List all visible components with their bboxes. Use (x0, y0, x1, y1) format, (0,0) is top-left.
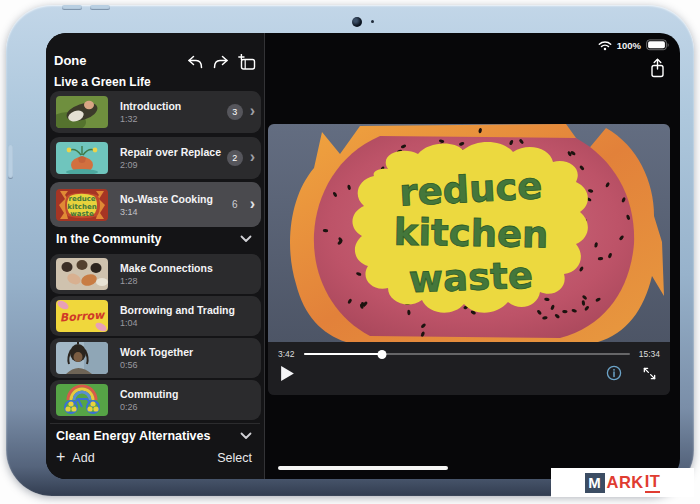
home-indicator[interactable] (278, 466, 448, 471)
lesson-row-make-connections[interactable]: Make Connections 1:28 (50, 254, 261, 294)
thumbnail-repair-over-replace (56, 142, 108, 174)
lesson-duration: 1:28 (120, 276, 255, 286)
thumbnail-introduction (56, 96, 108, 128)
side-button[interactable] (8, 145, 13, 179)
scrubber-knob[interactable] (377, 350, 386, 359)
battery-icon (646, 39, 670, 51)
lesson-duration: 2:09 (120, 160, 227, 170)
lesson-row-no-waste-cooking[interactable]: reduce kitchen waste No-Waste Cooking 3:… (50, 182, 261, 227)
battery-percent: 100% (617, 40, 641, 51)
lesson-duration: 0:56 (120, 360, 255, 370)
clip-count-badge: 6 (227, 197, 243, 213)
total-time: 15:34 (639, 349, 660, 359)
chevron-right-icon: › (250, 149, 255, 165)
volume-down-button[interactable] (90, 5, 110, 10)
lesson-duration: 1:04 (120, 318, 255, 328)
add-clip-icon[interactable] (238, 54, 257, 72)
clip-count-badge: 3 (227, 104, 243, 120)
lesson-title: Introduction (120, 100, 227, 112)
svg-text:reduce: reduce (68, 195, 95, 203)
svg-text:waste: waste (70, 210, 94, 218)
select-button[interactable]: Select (217, 451, 252, 465)
project-title: Live a Green Life (54, 75, 151, 89)
volume-up-button[interactable] (62, 5, 82, 10)
front-camera (352, 17, 362, 27)
info-button[interactable] (606, 365, 622, 381)
thumbnail-work-together (56, 342, 108, 374)
undo-icon[interactable] (186, 54, 204, 71)
fullscreen-button[interactable] (642, 366, 657, 381)
svg-text:kitchen: kitchen (393, 211, 548, 257)
player-controls: 3:42 15:34 (268, 342, 670, 395)
wifi-icon (598, 40, 612, 51)
lesson-sidebar: Done Live a Green Life (46, 33, 265, 479)
thumbnail-make-connections (56, 258, 108, 290)
lesson-title: Commuting (120, 388, 255, 400)
chevron-right-icon: › (250, 103, 255, 119)
lesson-title: Make Connections (120, 262, 255, 274)
ipad-device-frame: 9:41 AMTue Oct 18 100% (6, 5, 694, 496)
lesson-title: Borrowing and Trading (120, 304, 255, 316)
lesson-row-commuting[interactable]: Commuting 0:26 (50, 380, 261, 420)
svg-text:waste: waste (408, 254, 533, 301)
thumbnail-commuting (56, 384, 108, 416)
lesson-duration: 1:32 (120, 114, 227, 124)
share-icon[interactable] (649, 58, 666, 78)
chevron-down-icon (240, 432, 252, 440)
chevron-right-icon: › (250, 196, 255, 212)
done-button[interactable]: Done (54, 53, 87, 68)
screenshot-stage: 9:41 AMTue Oct 18 100% (0, 0, 700, 504)
markit-logo-it: IT (645, 472, 661, 493)
lesson-row-borrowing-and-trading[interactable]: Borrow Borrowing and Trading 1:04 (50, 296, 261, 336)
markit-logo-ark: ARK (607, 473, 644, 492)
lesson-row-work-together[interactable]: Work Together 0:56 (50, 338, 261, 378)
markit-watermark: M ARK IT (551, 468, 694, 497)
markit-logo-m: M (585, 473, 605, 493)
chevron-down-icon (240, 235, 252, 243)
lesson-title: Work Together (120, 346, 255, 358)
play-button[interactable] (281, 366, 294, 381)
elapsed-time: 3:42 (278, 349, 295, 359)
progress-bar[interactable] (304, 350, 630, 359)
clip-count-badge: 2 (227, 150, 243, 166)
video-frame-reduce-kitchen-waste: reduce kitchen waste (268, 124, 670, 342)
add-button[interactable]: + Add (56, 451, 95, 465)
thumbnail-no-waste-cooking: reduce kitchen waste (56, 189, 108, 221)
sidebar-footer: + Add Select (56, 451, 252, 465)
svg-text:reduce: reduce (398, 164, 543, 214)
lesson-duration: 0:26 (120, 402, 255, 412)
section-header-in-the-community[interactable]: In the Community (56, 232, 252, 246)
lesson-row-introduction[interactable]: Introduction 1:32 3 › (50, 91, 261, 133)
lesson-title: No-Waste Cooking (120, 193, 227, 205)
section-header-clean-energy-alternatives[interactable]: Clean Energy Alternatives (56, 429, 252, 443)
video-player[interactable]: reduce kitchen waste 3:42 15:34 (268, 124, 670, 395)
ipad-screen: 9:41 AMTue Oct 18 100% (46, 33, 680, 479)
plus-icon: + (56, 449, 65, 465)
redo-icon[interactable] (212, 54, 230, 71)
camera-sensor-dot (371, 20, 374, 23)
lesson-row-repair-over-replace[interactable]: Repair over Replace 2:09 2 › (50, 137, 261, 179)
lesson-duration: 3:14 (120, 207, 227, 217)
sidebar-divider (50, 423, 260, 424)
thumbnail-borrowing-and-trading: Borrow (56, 300, 108, 332)
lesson-title: Repair over Replace (120, 146, 227, 158)
